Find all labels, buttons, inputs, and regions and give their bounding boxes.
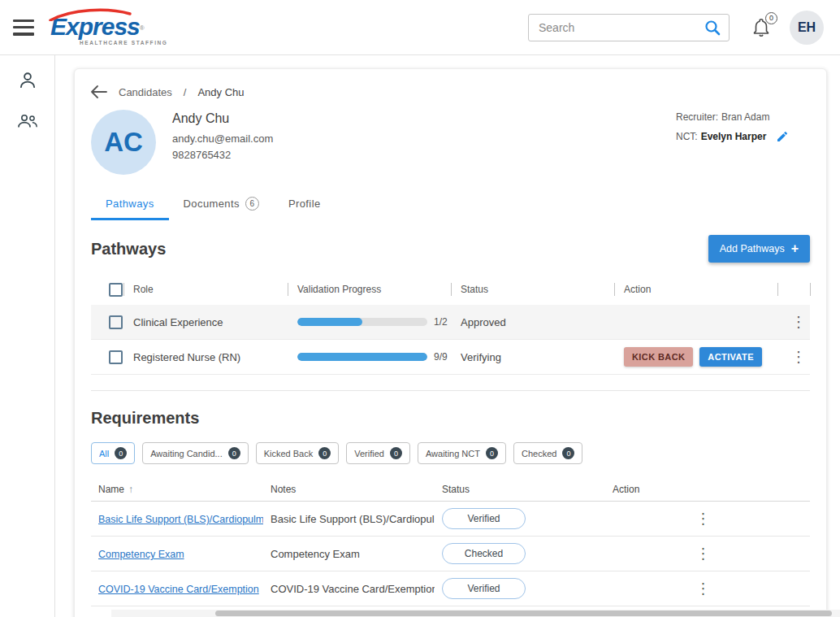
horizontal-scrollbar-thumb[interactable] — [215, 610, 832, 616]
column-end — [810, 274, 820, 305]
kick-back-button[interactable]: KICK BACK — [624, 347, 693, 367]
column-name-label: Name — [98, 484, 124, 495]
column-name[interactable]: Name ↑ — [91, 484, 263, 495]
tab-pathways-label: Pathways — [106, 198, 154, 210]
sidebar-item-candidate[interactable] — [15, 68, 40, 93]
column-action: Action — [614, 274, 777, 305]
column-notes: Notes — [263, 484, 435, 495]
filter-chip-kicked-back[interactable]: Kicked Back 0 — [256, 442, 340, 464]
filter-label: All — [99, 449, 109, 458]
requirement-row: COVID-19 Vaccine Card/Exemption COVID-19… — [91, 571, 810, 606]
pathway-role: Clinical Experience — [123, 316, 288, 328]
column-role: Role — [123, 274, 288, 305]
pathways-table: Role Validation Progress Status Action C… — [91, 274, 810, 391]
candidate-card: Candidates / Andy Chu AC Andy Chu andy.c… — [74, 68, 827, 617]
row-checkbox[interactable] — [109, 315, 123, 329]
activate-button[interactable]: ACTIVATE — [699, 347, 762, 367]
pathways-table-header: Role Validation Progress Status Action — [91, 274, 810, 305]
progress-label: 1/2 — [434, 316, 448, 328]
status-badge: Checked — [442, 543, 526, 564]
pathways-table-footer-divider — [91, 375, 810, 391]
search-icon[interactable] — [703, 18, 722, 37]
nct-name: Evelyn Harper — [701, 131, 767, 142]
breadcrumb-separator: / — [184, 86, 187, 98]
filter-chip-awaiting-candidate[interactable]: Awaiting Candid... 0 — [142, 442, 248, 464]
filter-chip-checked[interactable]: Checked 0 — [513, 442, 582, 464]
pathway-row: Registered Nurse (RN) 9/9 Verifying KICK… — [91, 340, 810, 375]
people-icon — [16, 111, 39, 132]
brand-trademark: ® — [140, 24, 145, 31]
body: Candidates / Andy Chu AC Andy Chu andy.c… — [0, 55, 840, 617]
search-box — [528, 14, 730, 41]
pathways-section-header: Pathways Add Pathways + — [91, 235, 810, 263]
main-content: Candidates / Andy Chu AC Andy Chu andy.c… — [55, 55, 840, 617]
column-req-action: Action — [605, 484, 810, 495]
breadcrumb: Candidates / Andy Chu — [91, 85, 810, 98]
tab-profile[interactable]: Profile — [274, 188, 336, 220]
add-pathways-button[interactable]: Add Pathways + — [708, 235, 810, 263]
sidebar-item-candidates-group[interactable] — [15, 109, 40, 133]
row-menu-icon[interactable]: ⋮ — [787, 348, 810, 366]
recruiter-name: Bran Adam — [721, 111, 769, 123]
filter-chip-awaiting-nct[interactable]: Awaiting NCT 0 — [418, 442, 506, 464]
nct-label: NCT: — [676, 131, 698, 142]
user-avatar[interactable]: EH — [790, 11, 824, 45]
recruiter-info: Recruiter: Bran Adam NCT: Evelyn Harper — [676, 110, 810, 175]
filter-count-badge: 0 — [562, 447, 574, 459]
tab-documents[interactable]: Documents 6 — [169, 188, 274, 220]
tab-profile-label: Profile — [288, 198, 321, 210]
filter-label: Verified — [354, 449, 384, 458]
candidate-info: Andy Chu andy.chu@email.com 9828765432 — [172, 110, 273, 175]
back-arrow-icon — [91, 85, 107, 98]
back-button[interactable] — [91, 85, 107, 98]
requirement-link[interactable]: Basic Life Support (BLS)/Cardiopulmon — [98, 514, 263, 525]
brand-logo: Express® HEALTHCARE STAFFING — [50, 10, 168, 46]
requirements-table-header: Name ↑ Notes Status Action — [91, 477, 810, 502]
search-input[interactable] — [539, 21, 703, 34]
sort-ascending-icon[interactable]: ↑ — [128, 484, 133, 495]
notification-badge: 0 — [765, 12, 777, 24]
edit-nct-button[interactable] — [776, 130, 789, 143]
select-all-checkbox[interactable] — [109, 283, 123, 297]
add-pathways-label: Add Pathways — [720, 243, 785, 254]
notifications-button[interactable]: 0 — [751, 17, 772, 38]
row-checkbox[interactable] — [109, 350, 123, 364]
filter-count-badge: 0 — [390, 447, 402, 459]
pathway-role: Registered Nurse (RN) — [123, 351, 288, 363]
pathway-status: Verifying — [451, 351, 614, 363]
requirement-link[interactable]: Competency Exam — [98, 549, 184, 560]
filter-count-badge: 0 — [486, 447, 498, 459]
recruiter-label: Recruiter: — [676, 111, 718, 123]
top-bar: Express® HEALTHCARE STAFFING 0 EH — [0, 0, 840, 55]
row-menu-icon[interactable]: ⋮ — [613, 510, 794, 528]
person-icon — [17, 70, 38, 91]
row-menu-icon[interactable]: ⋮ — [613, 545, 794, 563]
column-menu — [777, 274, 810, 305]
app-window: Express® HEALTHCARE STAFFING 0 EH — [0, 0, 840, 617]
row-menu-icon[interactable]: ⋮ — [613, 580, 794, 597]
requirement-row: Competency Exam Competency Exam Checked … — [91, 537, 810, 571]
filter-chip-verified[interactable]: Verified 0 — [346, 442, 410, 464]
progress-label: 9/9 — [434, 351, 448, 363]
breadcrumb-parent[interactable]: Candidates — [119, 86, 172, 98]
candidate-phone: 9828765432 — [172, 149, 273, 161]
tab-pathways[interactable]: Pathways — [91, 188, 169, 220]
tab-bar: Pathways Documents 6 Profile — [91, 188, 810, 220]
requirements-title: Requirements — [91, 409, 810, 428]
requirement-row: Basic Life Support (BLS)/Cardiopulmon Ba… — [91, 502, 810, 537]
menu-icon[interactable] — [13, 20, 34, 36]
requirement-notes: Competency Exam — [263, 548, 435, 560]
filter-label: Awaiting Candid... — [150, 449, 222, 458]
filter-label: Kicked Back — [264, 449, 314, 458]
row-menu-icon[interactable]: ⋮ — [787, 313, 810, 331]
candidate-avatar: AC — [91, 110, 156, 175]
requirement-notes: COVID-19 Vaccine Card/Exemption — [263, 583, 435, 595]
requirements-filters: All 0 Awaiting Candid... 0 Kicked Back 0… — [91, 442, 810, 464]
filter-chip-all[interactable]: All 0 — [91, 442, 135, 464]
requirement-link[interactable]: COVID-19 Vaccine Card/Exemption — [98, 584, 259, 595]
pathways-title: Pathways — [91, 240, 166, 259]
column-req-status: Status — [435, 484, 605, 495]
horizontal-scrollbar-track — [111, 610, 840, 617]
candidate-profile-header: AC Andy Chu andy.chu@email.com 982876543… — [91, 110, 810, 175]
brand-tagline: HEALTHCARE STAFFING — [50, 40, 168, 46]
